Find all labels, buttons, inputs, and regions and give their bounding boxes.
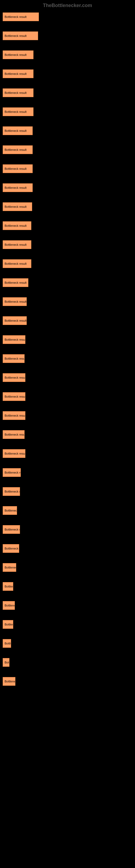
- bar-row: Bottleneck result: [3, 639, 132, 648]
- bar-row: Bottleneck result: [3, 31, 132, 40]
- bar-container: Bottleneck result: [3, 221, 132, 230]
- bar-row: Bottleneck result: [3, 658, 132, 667]
- bar: Bottleneck result: [3, 31, 38, 40]
- bar-container: Bottleneck result: [3, 487, 132, 496]
- bar: Bottleneck result: [3, 145, 33, 154]
- bar-container: Bottleneck result: [3, 468, 132, 477]
- bar-row: Bottleneck result: [3, 316, 132, 325]
- bar-container: Bottleneck result: [3, 354, 132, 363]
- bar-row: Bottleneck result: [3, 525, 132, 534]
- bar: Bottleneck result: [3, 69, 34, 78]
- bar: Bottleneck result: [3, 544, 19, 553]
- bar-container: Bottleneck result: [3, 203, 132, 211]
- bar-row: Bottleneck result: [3, 373, 132, 382]
- bar: Bottleneck result: [3, 107, 34, 116]
- bar-container: Bottleneck result: [3, 525, 132, 534]
- bar-row: Bottleneck result: [3, 51, 132, 59]
- bar: Bottleneck result: [3, 297, 27, 306]
- bar-container: Bottleneck result: [3, 563, 132, 572]
- bar-container: Bottleneck result: [3, 373, 132, 382]
- bar-row: Bottleneck result: [3, 449, 132, 458]
- bar-row: Bottleneck result: [3, 468, 132, 477]
- bar-container: Bottleneck result: [3, 145, 132, 154]
- bar-container: Bottleneck result: [3, 51, 132, 59]
- bar-container: Bottleneck result: [3, 297, 132, 306]
- bar-container: Bottleneck result: [3, 259, 132, 268]
- bar-container: Bottleneck result: [3, 335, 132, 344]
- bar: Bottleneck result: [3, 620, 13, 629]
- bar: Bottleneck result: [3, 525, 20, 534]
- bar-container: Bottleneck result: [3, 240, 132, 249]
- bar: Bottleneck result: [3, 183, 33, 192]
- bar-container: Bottleneck result: [3, 506, 132, 515]
- bar: Bottleneck result: [3, 88, 34, 97]
- bar-container: Bottleneck result: [3, 69, 132, 78]
- bar-container: Bottleneck result: [3, 126, 132, 135]
- bar-container: Bottleneck result: [3, 639, 132, 648]
- bar-row: Bottleneck result: [3, 620, 132, 629]
- bar: Bottleneck result: [3, 449, 26, 458]
- bar: Bottleneck result: [3, 430, 25, 439]
- watermark-text: TheBottlenecker.com: [0, 3, 135, 8]
- bar-row: Bottleneck result: [3, 582, 132, 591]
- bar-row: Bottleneck result: [3, 411, 132, 420]
- bar-container: Bottleneck result: [3, 658, 132, 667]
- bar-container: Bottleneck result: [3, 601, 132, 610]
- bar: Bottleneck result: [3, 354, 25, 363]
- bar-container: Bottleneck result: [3, 12, 132, 21]
- bar-row: Bottleneck result: [3, 12, 132, 21]
- bar: Bottleneck result: [3, 468, 21, 477]
- bar-row: Bottleneck result: [3, 297, 132, 306]
- bar: Bottleneck result: [3, 601, 15, 610]
- bar-container: Bottleneck result: [3, 164, 132, 173]
- bar-container: Bottleneck result: [3, 620, 132, 629]
- bar: Bottleneck result: [3, 392, 26, 401]
- bar-container: Bottleneck result: [3, 107, 132, 116]
- bar-row: Bottleneck result: [3, 240, 132, 249]
- bar-row: Bottleneck result: [3, 145, 132, 154]
- bar-row: Bottleneck result: [3, 506, 132, 515]
- bar-container: Bottleneck result: [3, 430, 132, 439]
- bar-container: Bottleneck result: [3, 544, 132, 553]
- bar: Bottleneck result: [3, 582, 13, 591]
- bar-row: Bottleneck result: [3, 203, 132, 211]
- bar: Bottleneck result: [3, 411, 26, 420]
- bar-row: Bottleneck result: [3, 335, 132, 344]
- bar-row: Bottleneck result: [3, 354, 132, 363]
- bar: Bottleneck result: [3, 164, 33, 173]
- bar: Bottleneck result: [3, 240, 31, 249]
- bar-row: Bottleneck result: [3, 601, 132, 610]
- bar-row: Bottleneck result: [3, 259, 132, 268]
- bar: Bottleneck result: [3, 278, 28, 287]
- bar: Bottleneck result: [3, 203, 32, 211]
- bar: Bottleneck result: [3, 259, 31, 268]
- bar: Bottleneck result: [3, 126, 33, 135]
- bar-row: Bottleneck result: [3, 126, 132, 135]
- bar-container: Bottleneck result: [3, 278, 132, 287]
- bar-container: Bottleneck result: [3, 31, 132, 40]
- bar-container: Bottleneck result: [3, 411, 132, 420]
- bar: Bottleneck result: [3, 658, 9, 667]
- bar: Bottleneck result: [3, 563, 16, 572]
- bar-row: Bottleneck result: [3, 487, 132, 496]
- bar-container: Bottleneck result: [3, 582, 132, 591]
- bar: Bottleneck result: [3, 335, 26, 344]
- bar-row: Bottleneck result: [3, 164, 132, 173]
- bar: Bottleneck result: [3, 373, 26, 382]
- bar-container: Bottleneck result: [3, 677, 132, 686]
- bar-row: Bottleneck result: [3, 278, 132, 287]
- bar: Bottleneck result: [3, 221, 31, 230]
- bar-row: Bottleneck result: [3, 221, 132, 230]
- bar: Bottleneck result: [3, 506, 17, 515]
- bar-container: Bottleneck result: [3, 316, 132, 325]
- bar-row: Bottleneck result: [3, 183, 132, 192]
- bar-row: Bottleneck result: [3, 430, 132, 439]
- bar-row: Bottleneck result: [3, 544, 132, 553]
- bar: Bottleneck result: [3, 487, 20, 496]
- bar: Bottleneck result: [3, 12, 39, 21]
- bar-container: Bottleneck result: [3, 392, 132, 401]
- bar: Bottleneck result: [3, 677, 15, 686]
- bar-container: Bottleneck result: [3, 449, 132, 458]
- bar-container: Bottleneck result: [3, 88, 132, 97]
- bar-row: Bottleneck result: [3, 563, 132, 572]
